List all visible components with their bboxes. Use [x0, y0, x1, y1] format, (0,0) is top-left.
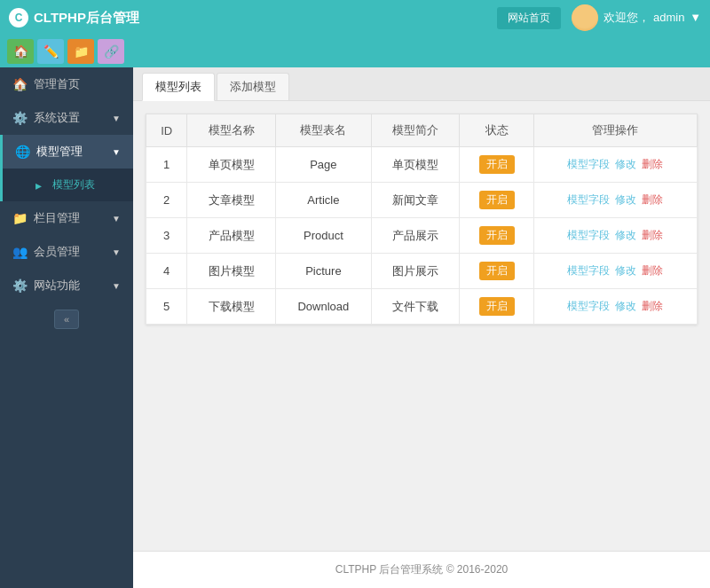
- toolbar-btn-folder[interactable]: 📁: [67, 39, 94, 64]
- model-table: ID 模型名称 模型表名 模型简介 状态 管理操作 1单页模型Page单页模型开…: [146, 114, 698, 325]
- model-list-icon: ▸: [31, 178, 45, 192]
- cell-status: 开启: [460, 254, 533, 289]
- tab-add-model[interactable]: 添加模型: [217, 73, 289, 100]
- cell-name: 产品模型: [187, 218, 276, 254]
- sidebar-item-functions[interactable]: ⚙️ 网站功能 ▼: [0, 269, 133, 302]
- cell-desc: 单页模型: [371, 147, 460, 183]
- action-link-删除[interactable]: 删除: [642, 229, 663, 241]
- sidebar-item-model-list[interactable]: ▸ 模型列表: [0, 169, 133, 201]
- table-body: 1单页模型Page单页模型开启模型字段修改删除2文章模型Article新闻文章开…: [146, 147, 698, 325]
- sidebar-item-home[interactable]: 🏠 管理首页: [0, 67, 133, 101]
- col-status: 状态: [460, 114, 533, 147]
- action-link-模型字段[interactable]: 模型字段: [567, 264, 610, 277]
- action-link-修改[interactable]: 修改: [615, 264, 636, 277]
- sidebar-item-columns[interactable]: 📁 栏目管理 ▼: [0, 201, 133, 235]
- action-link-模型字段[interactable]: 模型字段: [567, 158, 610, 170]
- cell-table: Download: [276, 289, 372, 325]
- sidebar-collapse-area: «: [0, 302, 133, 336]
- status-badge: 开启: [479, 191, 515, 209]
- table-row: 1单页模型Page单页模型开启模型字段修改删除: [146, 147, 698, 183]
- cell-table: Picture: [276, 254, 372, 289]
- cell-status: 开启: [460, 289, 533, 325]
- settings-arrow-icon: ▼: [112, 114, 121, 123]
- logo-text: CLTPHP后台管理: [34, 10, 139, 27]
- toolbar-btn-share[interactable]: 🔗: [98, 39, 124, 64]
- sidebar-item-members[interactable]: 👥 会员管理 ▼: [0, 235, 133, 269]
- models-arrow-icon: ▼: [112, 147, 121, 157]
- action-link-删除[interactable]: 删除: [642, 193, 663, 206]
- cell-status: 开启: [460, 218, 533, 254]
- models-submenu: ▸ 模型列表: [0, 169, 133, 201]
- action-link-修改[interactable]: 修改: [615, 300, 636, 312]
- col-table: 模型表名: [276, 114, 372, 147]
- cell-table: Product: [276, 218, 372, 254]
- col-actions: 管理操作: [533, 114, 697, 147]
- footer: CLTPHP 后台管理系统 © 2016-2020: [133, 551, 710, 588]
- header: C CLTPHP后台管理 网站首页 欢迎您， admin ▼: [0, 0, 710, 35]
- functions-icon: ⚙️: [12, 278, 27, 293]
- collapse-button[interactable]: «: [54, 310, 79, 329]
- action-link-删除[interactable]: 删除: [642, 300, 663, 312]
- action-link-模型字段[interactable]: 模型字段: [567, 300, 610, 312]
- action-link-删除[interactable]: 删除: [642, 264, 663, 277]
- content-area: ID 模型名称 模型表名 模型简介 状态 管理操作 1单页模型Page单页模型开…: [133, 101, 710, 551]
- cell-actions: 模型字段修改删除: [533, 289, 697, 325]
- cell-name: 文章模型: [187, 183, 276, 218]
- header-right: 网站首页 欢迎您， admin ▼: [497, 4, 701, 31]
- home-button[interactable]: 网站首页: [497, 7, 561, 29]
- table-head: ID 模型名称 模型表名 模型简介 状态 管理操作: [146, 114, 698, 147]
- col-name: 模型名称: [187, 114, 276, 147]
- settings-icon: ⚙️: [12, 111, 27, 125]
- status-badge: 开启: [479, 262, 515, 280]
- home-icon: 🏠: [12, 77, 27, 91]
- action-link-修改[interactable]: 修改: [615, 158, 636, 170]
- columns-icon: 📁: [12, 211, 27, 225]
- cell-actions: 模型字段修改删除: [533, 218, 697, 254]
- columns-arrow-icon: ▼: [112, 214, 121, 223]
- user-info: 欢迎您， admin ▼: [572, 4, 701, 31]
- cell-desc: 产品展示: [371, 218, 460, 254]
- user-greeting: 欢迎您， admin ▼: [604, 10, 701, 26]
- cell-desc: 图片展示: [371, 254, 460, 289]
- cell-id: 1: [146, 147, 187, 183]
- avatar-face: [572, 4, 598, 31]
- cell-status: 开启: [460, 147, 533, 183]
- members-icon: 👥: [12, 245, 27, 259]
- functions-arrow-icon: ▼: [112, 281, 121, 291]
- cell-actions: 模型字段修改删除: [533, 147, 697, 183]
- logo-icon: C: [9, 8, 28, 27]
- cell-table: Article: [276, 183, 372, 218]
- cell-status: 开启: [460, 183, 533, 218]
- tabs-bar: 模型列表 添加模型: [133, 67, 710, 101]
- table-header-row: ID 模型名称 模型表名 模型简介 状态 管理操作: [146, 114, 698, 147]
- cell-id: 4: [146, 254, 187, 289]
- cell-name: 单页模型: [187, 147, 276, 183]
- action-link-删除[interactable]: 删除: [642, 158, 663, 170]
- action-link-模型字段[interactable]: 模型字段: [567, 229, 610, 241]
- cell-id: 2: [146, 183, 187, 218]
- cell-id: 5: [146, 289, 187, 325]
- sidebar-item-settings[interactable]: ⚙️ 系统设置 ▼: [0, 101, 133, 135]
- cell-desc: 文件下载: [371, 289, 460, 325]
- avatar: [572, 4, 598, 31]
- tab-model-list[interactable]: 模型列表: [142, 73, 215, 101]
- cell-table: Page: [276, 147, 372, 183]
- sidebar-item-models[interactable]: 🌐 模型管理 ▼: [0, 135, 133, 169]
- action-link-修改[interactable]: 修改: [615, 229, 636, 241]
- models-icon: 🌐: [15, 145, 29, 159]
- cell-desc: 新闻文章: [371, 183, 460, 218]
- status-badge: 开启: [479, 297, 515, 316]
- sidebar: 🏠 管理首页 ⚙️ 系统设置 ▼ 🌐 模型管理 ▼ ▸ 模型列表 📁 栏目管理 …: [0, 67, 133, 588]
- col-desc: 模型简介: [371, 114, 460, 147]
- table-row: 3产品模型Product产品展示开启模型字段修改删除: [146, 218, 698, 254]
- cell-name: 图片模型: [187, 254, 276, 289]
- col-id: ID: [146, 114, 187, 147]
- dropdown-arrow[interactable]: ▼: [690, 11, 701, 24]
- toolbar-btn-home[interactable]: 🏠: [7, 39, 34, 64]
- action-link-修改[interactable]: 修改: [615, 193, 636, 206]
- cell-name: 下载模型: [187, 289, 276, 325]
- toolbar-btn-edit[interactable]: ✏️: [37, 39, 64, 64]
- footer-text: CLTPHP 后台管理系统 © 2016-2020: [335, 563, 508, 576]
- action-link-模型字段[interactable]: 模型字段: [567, 193, 610, 206]
- status-badge: 开启: [479, 155, 515, 174]
